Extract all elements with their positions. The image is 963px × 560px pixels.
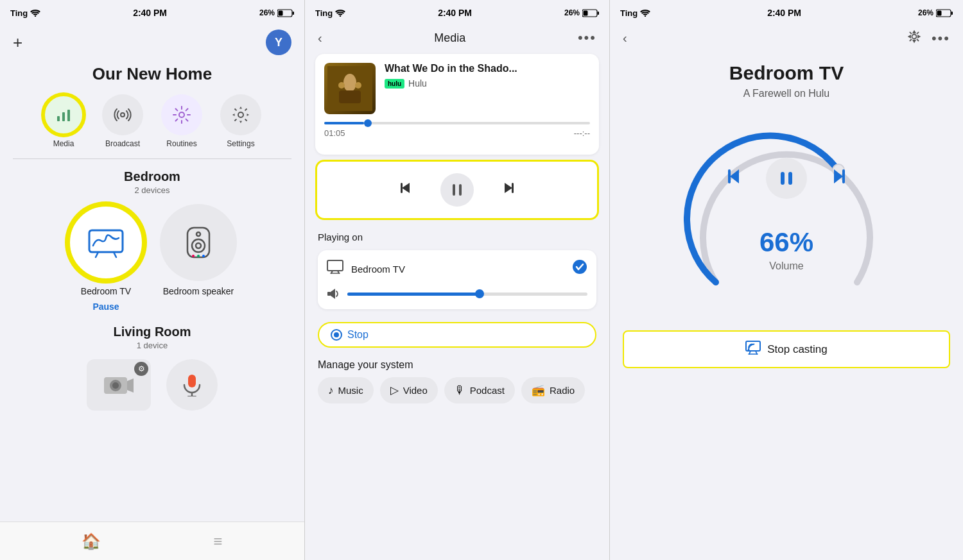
p2-media-info: What We Do in the Shado... hulu Hulu: [385, 63, 590, 89]
p2-progress-fill: [324, 122, 364, 124]
p3-more-button[interactable]: •••: [932, 30, 950, 47]
icon-broadcast[interactable]: Broadcast: [102, 94, 143, 148]
battery-pct-1: 26%: [259, 8, 275, 17]
home-footer-icon[interactable]: 🏠: [82, 532, 101, 550]
icon-routines[interactable]: Routines: [161, 94, 202, 148]
phone-3: Ting 2:40 PM 26% ‹: [610, 0, 963, 560]
icon-settings[interactable]: Settings: [220, 94, 261, 148]
broadcast-label: Broadcast: [105, 139, 140, 148]
bedroom-tv-device[interactable]: Bedroom TV Pause: [67, 204, 144, 312]
routines-label: Routines: [166, 139, 196, 148]
p2-media-title: What We Do in the Shado...: [385, 63, 590, 74]
p3-volume-pct: 66%: [759, 227, 813, 258]
icon-media[interactable]: Media: [43, 94, 84, 148]
p3-stop-casting-button[interactable]: Stop casting: [623, 330, 950, 368]
skip-next-icon-3: [828, 165, 849, 187]
svg-rect-45: [401, 183, 403, 193]
p2-playing-device-card: Bedroom TV: [318, 250, 596, 309]
svg-rect-18: [89, 230, 123, 252]
living-cam-device[interactable]: ⚙: [87, 359, 151, 411]
p2-device-name: Bedroom TV: [351, 264, 564, 275]
svg-rect-3: [279, 10, 283, 15]
battery-pct-3: 26%: [918, 8, 933, 17]
p2-nav: ‹ Media •••: [305, 24, 609, 49]
p3-next-button[interactable]: [828, 165, 849, 192]
stop-circle-icon: [331, 329, 342, 341]
p3-volume-label: Volume: [769, 260, 803, 272]
svg-point-25: [192, 255, 195, 257]
svg-marker-48: [505, 183, 512, 193]
status-bar-1: Ting 2:40 PM 26%: [0, 0, 304, 24]
battery-icon-3: [936, 9, 953, 17]
svg-point-30: [112, 382, 119, 389]
list-footer-icon[interactable]: ≡: [213, 532, 222, 550]
p2-more-button[interactable]: •••: [578, 30, 596, 46]
svg-point-22: [192, 239, 205, 252]
svg-point-26: [197, 255, 200, 257]
p2-back-button[interactable]: ‹: [318, 31, 322, 46]
p2-next-button[interactable]: [499, 179, 517, 201]
battery-pct-2: 26%: [564, 8, 580, 17]
camera-icon: [103, 372, 135, 398]
skip-prev-icon-3: [724, 165, 745, 187]
svg-marker-56: [331, 289, 335, 299]
bedroom-speaker-device[interactable]: Bedroom speaker: [160, 204, 237, 312]
add-button[interactable]: +: [13, 34, 22, 51]
p2-vol-track[interactable]: [347, 293, 587, 296]
time-3: 2:40 PM: [767, 8, 801, 18]
svg-rect-6: [67, 110, 70, 121]
p2-monitor-icon: [327, 260, 343, 278]
svg-rect-49: [512, 183, 514, 193]
p3-volume-area[interactable]: 66% Volume: [684, 112, 889, 318]
svg-point-73: [748, 349, 750, 351]
svg-marker-31: [127, 378, 134, 393]
living-assistant-device[interactable]: [166, 359, 218, 411]
svg-rect-5: [62, 112, 65, 121]
p2-music-label: Music: [338, 385, 363, 396]
radio-icon: 📻: [532, 384, 545, 397]
p3-pause-button[interactable]: [766, 158, 807, 199]
svg-rect-32: [188, 375, 196, 387]
living-cam-box: ⚙: [87, 359, 151, 411]
home-title: Our New Home: [0, 58, 304, 94]
checkmark-circle-icon: [572, 259, 587, 275]
cast-tv-icon: [745, 341, 761, 355]
p3-back-button[interactable]: ‹: [623, 31, 627, 46]
p2-radio-pill[interactable]: 📻 Radio: [521, 377, 585, 403]
p3-gear-button[interactable]: [907, 30, 921, 47]
cast-icon: [745, 341, 761, 358]
bedroom-subtitle: 2 devices: [0, 185, 304, 195]
status-left-1: Ting: [10, 8, 40, 18]
avatar[interactable]: Y: [266, 30, 291, 55]
status-right-3: 26%: [918, 8, 953, 17]
volume-icon: [327, 287, 340, 300]
music-note-icon: ♪: [328, 384, 334, 397]
svg-rect-2: [293, 12, 295, 15]
p3-nav-right: •••: [907, 30, 950, 47]
svg-rect-50: [327, 260, 343, 271]
p2-stop-button[interactable]: Stop: [318, 322, 596, 348]
svg-rect-59: [951, 12, 953, 15]
p2-time-current: 01:05: [324, 128, 345, 138]
p2-podcast-pill[interactable]: 🎙 Podcast: [444, 377, 515, 403]
settings-icon: [231, 105, 250, 124]
living-room-subtitle: 1 device: [13, 341, 291, 350]
p2-media-thumbnail: [324, 63, 376, 114]
divider-1: [13, 158, 291, 159]
p2-manage-section: Manage your system ♪ Music ▷ Video 🎙 Pod…: [305, 354, 609, 409]
p2-progress-bar[interactable]: [324, 122, 590, 124]
bedroom-tv-action[interactable]: Pause: [92, 301, 119, 312]
p2-prev-button[interactable]: [397, 179, 415, 201]
svg-marker-67: [834, 169, 843, 183]
battery-icon-1: [277, 9, 294, 17]
p2-music-pill[interactable]: ♪ Music: [318, 377, 374, 403]
mic-icon: [180, 373, 204, 396]
assistant-circle: [166, 359, 218, 411]
p2-time-row: 01:05 ---:--: [324, 128, 590, 138]
p2-video-pill[interactable]: ▷ Video: [380, 377, 438, 403]
status-bar-3: Ting 2:40 PM 26%: [610, 0, 963, 24]
p2-pause-button[interactable]: [440, 173, 474, 207]
p3-prev-button[interactable]: [724, 165, 745, 192]
svg-line-14: [186, 119, 188, 121]
volume-display: 66% Volume: [759, 227, 813, 272]
